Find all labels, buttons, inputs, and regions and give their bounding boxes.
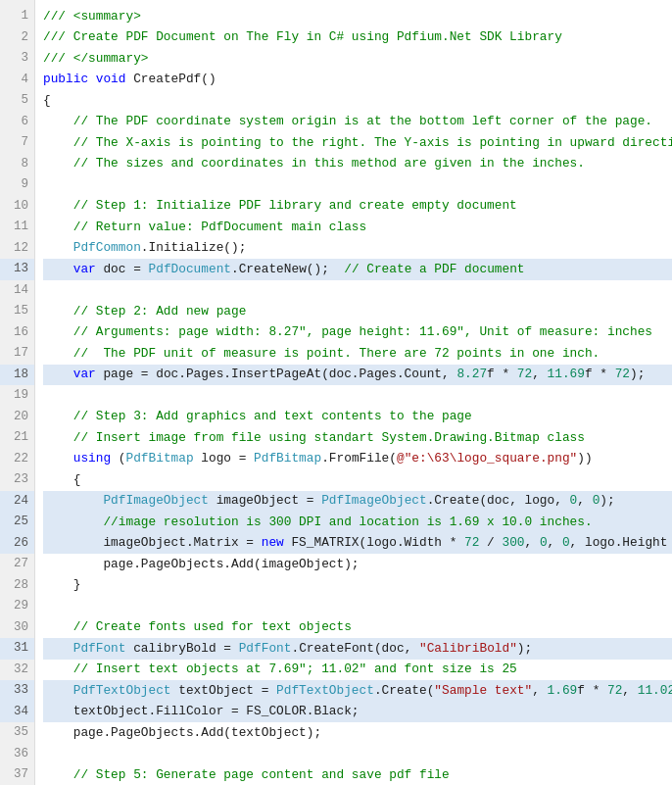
code-line: // Step 5: Generate page content and sav… xyxy=(43,764,672,785)
code-token: textObject = xyxy=(171,681,277,701)
code-token: /// </summary> xyxy=(43,49,149,69)
code-token: 1.69 xyxy=(548,681,578,701)
code-token: //image resolution is 300 DPI and locati… xyxy=(43,513,593,532)
code-token: 0 xyxy=(593,491,600,511)
code-line: // Arguments: page width: 8.27", page he… xyxy=(43,322,672,344)
line-number: 12 xyxy=(0,238,34,260)
code-line: /// Create PDF Document on The Fly in C#… xyxy=(43,27,672,49)
line-number: 15 xyxy=(0,301,34,322)
line-number: 9 xyxy=(0,174,34,196)
line-number: 37 xyxy=(0,764,34,785)
code-token: ); xyxy=(517,639,532,659)
code-line: // The PDF coordinate system origin is a… xyxy=(43,112,672,133)
line-number: 28 xyxy=(0,575,34,597)
code-token: // Step 3: Add graphics and text content… xyxy=(43,407,472,426)
code-token: PdfFont xyxy=(73,639,126,659)
line-number: 36 xyxy=(0,744,34,765)
code-line: page.PageObjects.Add(textObject); xyxy=(43,722,672,744)
code-token xyxy=(43,639,73,659)
code-token: 11.02 xyxy=(638,681,672,701)
code-token: PdfImageObject xyxy=(321,491,427,511)
code-token: page.PageObjects.Add(textObject); xyxy=(43,723,321,743)
code-token: .Initialize(); xyxy=(141,238,247,258)
code-token: , xyxy=(525,533,540,553)
code-line: PdfTextObject textObject = PdfTextObject… xyxy=(43,680,672,702)
code-token: CreatePdf() xyxy=(125,70,216,89)
line-number: 23 xyxy=(0,469,34,491)
code-token xyxy=(43,365,73,384)
line-number: 35 xyxy=(0,722,34,744)
code-token: f * xyxy=(577,681,607,701)
code-token: PdfImageObject xyxy=(103,491,209,511)
line-numbers: 1234567891011121314151617181920212223242… xyxy=(0,0,35,785)
code-content[interactable]: /// <summary>/// Create PDF Document on … xyxy=(35,0,672,785)
code-token xyxy=(43,491,103,511)
line-number: 25 xyxy=(0,512,34,533)
code-line: imageObject.Matrix = new FS_MATRIX(logo.… xyxy=(43,533,672,555)
code-token: textObject.FillColor = FS_COLOR.Black; xyxy=(43,702,360,721)
line-number: 14 xyxy=(0,280,34,302)
code-token: f * xyxy=(487,365,517,384)
code-token: page.PageObjects.Add(imageObject); xyxy=(43,555,360,574)
code-token: logo = xyxy=(194,449,254,468)
code-line: // The X-axis is pointing to the right. … xyxy=(43,132,672,154)
code-token: PdfBitmap xyxy=(125,449,193,468)
code-token: "Sample text" xyxy=(434,681,532,701)
code-token: 72 xyxy=(607,681,622,701)
code-line: public void CreatePdf() xyxy=(43,70,672,91)
code-token: public xyxy=(43,70,88,89)
code-token: )) xyxy=(577,449,592,468)
code-line: page.PageObjects.Add(imageObject); xyxy=(43,554,672,575)
code-line: var doc = PdfDocument.CreateNew(); // Cr… xyxy=(43,259,672,280)
line-number: 34 xyxy=(0,702,34,723)
code-token: .FromFile( xyxy=(321,449,397,468)
code-token: f * xyxy=(585,365,615,384)
code-line: { xyxy=(43,90,672,112)
code-token: /// Create PDF Document on The Fly in C#… xyxy=(43,27,562,47)
code-token: var xyxy=(73,260,96,279)
code-token: // The PDF coordinate system origin is a… xyxy=(43,112,652,131)
code-token xyxy=(43,238,73,258)
code-line: // Return value: PdfDocument main class xyxy=(43,217,672,238)
line-number: 7 xyxy=(0,132,34,154)
code-line xyxy=(43,744,672,765)
code-token xyxy=(43,260,73,279)
code-token: calibryBold = xyxy=(125,639,238,659)
code-token: ( xyxy=(111,449,125,468)
code-line: // Step 1: Initialize PDF library and cr… xyxy=(43,196,672,218)
code-line xyxy=(43,385,672,407)
code-token: void xyxy=(96,70,126,89)
code-token: // Insert text objects at 7.69"; 11.02" … xyxy=(43,660,517,679)
code-token: "CalibriBold" xyxy=(419,639,517,659)
code-line: /// <summary> xyxy=(43,6,672,27)
code-token: FS_MATRIX(logo.Width * xyxy=(284,533,464,553)
code-line: PdfImageObject imageObject = PdfImageObj… xyxy=(43,491,672,513)
code-token: 0 xyxy=(540,533,548,553)
line-number: 4 xyxy=(0,70,34,91)
code-line: // The PDF unit of measure is point. The… xyxy=(43,343,672,365)
line-number: 13 xyxy=(0,259,34,280)
line-number: 17 xyxy=(0,343,34,365)
code-editor: 1234567891011121314151617181920212223242… xyxy=(0,0,672,785)
code-token: PdfDocument xyxy=(149,260,231,279)
code-token: 8.27 xyxy=(456,365,487,384)
code-line: var page = doc.Pages.InsertPageAt(doc.Pa… xyxy=(43,365,672,386)
code-token: // Create fonts used for text objects xyxy=(43,617,352,637)
line-number: 6 xyxy=(0,112,34,133)
line-number: 26 xyxy=(0,533,34,555)
line-number: 19 xyxy=(0,385,34,407)
code-token: PdfFont xyxy=(239,639,292,659)
code-token: / xyxy=(479,533,502,553)
line-number: 2 xyxy=(0,27,34,49)
code-token: // Insert image from file using standart… xyxy=(43,428,585,448)
code-token xyxy=(43,681,73,701)
code-token: PdfCommon xyxy=(73,238,141,258)
code-token: } xyxy=(43,575,80,595)
code-token: 72 xyxy=(464,533,479,553)
code-token: { xyxy=(43,91,51,111)
code-token: using xyxy=(43,449,111,468)
code-token: , logo.Height * xyxy=(570,533,672,553)
code-token: { xyxy=(43,470,80,490)
line-number: 32 xyxy=(0,660,34,681)
code-token: 72 xyxy=(517,365,532,384)
